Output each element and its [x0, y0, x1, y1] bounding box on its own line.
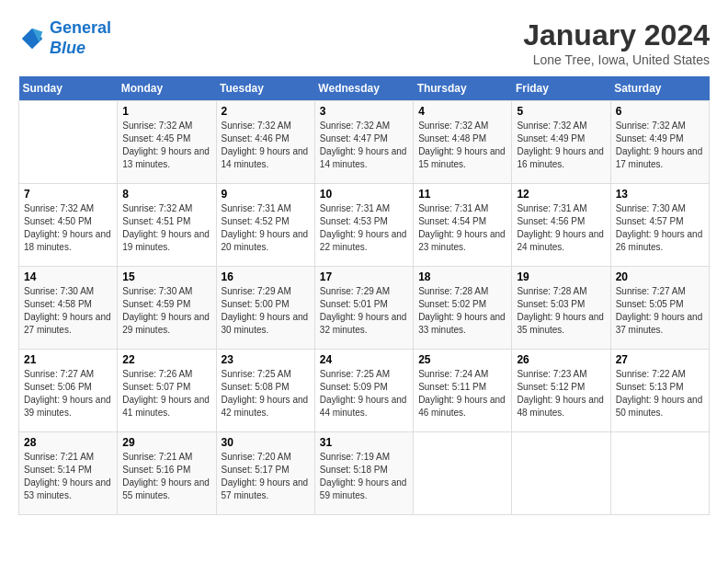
- week-row-4: 21 Sunrise: 7:27 AM Sunset: 5:06 PM Dayl…: [19, 350, 710, 432]
- weekday-header-friday: Friday: [512, 76, 610, 101]
- sunset-text: Sunset: 5:02 PM: [418, 298, 506, 311]
- day-info: Sunrise: 7:25 AM Sunset: 5:09 PM Dayligh…: [320, 368, 408, 419]
- day-number: 20: [616, 270, 704, 283]
- day-info: Sunrise: 7:32 AM Sunset: 4:48 PM Dayligh…: [418, 120, 506, 171]
- sunset-text: Sunset: 4:51 PM: [122, 215, 210, 228]
- day-number: 16: [222, 270, 310, 283]
- sunrise-text: Sunrise: 7:32 AM: [24, 202, 112, 215]
- day-number: 27: [616, 353, 704, 366]
- logo: General Blue: [18, 18, 111, 58]
- day-number: 17: [320, 270, 408, 283]
- daylight-text: Daylight: 9 hours and 32 minutes.: [320, 311, 408, 337]
- sunset-text: Sunset: 4:47 PM: [320, 132, 408, 145]
- daylight-text: Daylight: 9 hours and 42 minutes.: [222, 394, 310, 419]
- sunrise-text: Sunrise: 7:25 AM: [222, 368, 310, 381]
- sunrise-text: Sunrise: 7:32 AM: [616, 120, 704, 132]
- day-number: 10: [320, 188, 408, 201]
- sunset-text: Sunset: 5:01 PM: [320, 298, 408, 311]
- weekday-header-saturday: Saturday: [610, 76, 709, 101]
- sunset-text: Sunset: 5:09 PM: [320, 381, 408, 394]
- daylight-text: Daylight: 9 hours and 37 minutes.: [616, 311, 704, 337]
- page-header: General Blue January 2024 Lone Tree, Iow…: [18, 18, 710, 67]
- sunset-text: Sunset: 5:16 PM: [122, 464, 210, 477]
- sunset-text: Sunset: 4:49 PM: [517, 132, 605, 145]
- day-number: 5: [517, 105, 605, 118]
- day-info: Sunrise: 7:32 AM Sunset: 4:45 PM Dayligh…: [122, 120, 210, 171]
- sunrise-text: Sunrise: 7:26 AM: [122, 368, 210, 381]
- sunrise-text: Sunrise: 7:30 AM: [24, 285, 112, 298]
- day-number: 30: [222, 436, 310, 449]
- sunset-text: Sunset: 4:52 PM: [222, 215, 310, 228]
- calendar-cell: 5 Sunrise: 7:32 AM Sunset: 4:49 PM Dayli…: [512, 101, 610, 184]
- day-number: 1: [122, 105, 210, 118]
- sunrise-text: Sunrise: 7:32 AM: [122, 120, 210, 132]
- daylight-text: Daylight: 9 hours and 41 minutes.: [122, 394, 210, 419]
- weekday-header-sunday: Sunday: [19, 76, 118, 101]
- day-info: Sunrise: 7:29 AM Sunset: 5:01 PM Dayligh…: [320, 285, 408, 337]
- calendar-cell: 29 Sunrise: 7:21 AM Sunset: 5:16 PM Dayl…: [118, 432, 216, 515]
- week-row-1: 1 Sunrise: 7:32 AM Sunset: 4:45 PM Dayli…: [19, 101, 710, 184]
- day-number: 28: [24, 436, 112, 449]
- day-number: 26: [517, 353, 605, 366]
- daylight-text: Daylight: 9 hours and 24 minutes.: [517, 228, 605, 254]
- calendar-cell: 2 Sunrise: 7:32 AM Sunset: 4:46 PM Dayli…: [216, 101, 314, 184]
- calendar-cell: [512, 432, 610, 515]
- day-number: 23: [222, 353, 310, 366]
- calendar-cell: 16 Sunrise: 7:29 AM Sunset: 5:00 PM Dayl…: [216, 267, 314, 350]
- sunset-text: Sunset: 5:18 PM: [320, 464, 408, 477]
- calendar-cell: 10 Sunrise: 7:31 AM Sunset: 4:53 PM Dayl…: [314, 184, 413, 267]
- daylight-text: Daylight: 9 hours and 23 minutes.: [418, 228, 506, 254]
- daylight-text: Daylight: 9 hours and 20 minutes.: [222, 228, 310, 254]
- day-number: 19: [517, 270, 605, 283]
- daylight-text: Daylight: 9 hours and 29 minutes.: [122, 311, 210, 337]
- calendar-cell: 21 Sunrise: 7:27 AM Sunset: 5:06 PM Dayl…: [19, 350, 118, 432]
- calendar-table: SundayMondayTuesdayWednesdayThursdayFrid…: [18, 76, 710, 515]
- day-number: 24: [320, 353, 408, 366]
- sunrise-text: Sunrise: 7:31 AM: [418, 202, 506, 215]
- title-section: January 2024 Lone Tree, Iowa, United Sta…: [523, 18, 710, 67]
- day-number: 4: [418, 105, 506, 118]
- location: Lone Tree, Iowa, United States: [523, 52, 710, 67]
- sunset-text: Sunset: 4:53 PM: [320, 215, 408, 228]
- sunset-text: Sunset: 5:07 PM: [122, 381, 210, 394]
- calendar-cell: 31 Sunrise: 7:19 AM Sunset: 5:18 PM Dayl…: [314, 432, 413, 515]
- sunset-text: Sunset: 4:56 PM: [517, 215, 605, 228]
- calendar-cell: 8 Sunrise: 7:32 AM Sunset: 4:51 PM Dayli…: [118, 184, 216, 267]
- daylight-text: Daylight: 9 hours and 30 minutes.: [222, 311, 310, 337]
- logo-line1: General: [50, 18, 111, 37]
- calendar-cell: 25 Sunrise: 7:24 AM Sunset: 5:11 PM Dayl…: [414, 350, 512, 432]
- sunset-text: Sunset: 5:13 PM: [616, 381, 704, 394]
- calendar-cell: 23 Sunrise: 7:25 AM Sunset: 5:08 PM Dayl…: [216, 350, 314, 432]
- day-number: 22: [122, 353, 210, 366]
- day-info: Sunrise: 7:26 AM Sunset: 5:07 PM Dayligh…: [122, 368, 210, 419]
- sunset-text: Sunset: 4:48 PM: [418, 132, 506, 145]
- daylight-text: Daylight: 9 hours and 18 minutes.: [24, 228, 112, 254]
- calendar-cell: 19 Sunrise: 7:28 AM Sunset: 5:03 PM Dayl…: [512, 267, 610, 350]
- sunrise-text: Sunrise: 7:31 AM: [222, 202, 310, 215]
- calendar-cell: 22 Sunrise: 7:26 AM Sunset: 5:07 PM Dayl…: [118, 350, 216, 432]
- sunset-text: Sunset: 5:11 PM: [418, 381, 506, 394]
- sunrise-text: Sunrise: 7:25 AM: [320, 368, 408, 381]
- daylight-text: Daylight: 9 hours and 57 minutes.: [222, 477, 310, 502]
- sunrise-text: Sunrise: 7:32 AM: [122, 202, 210, 215]
- calendar-cell: 27 Sunrise: 7:22 AM Sunset: 5:13 PM Dayl…: [610, 350, 709, 432]
- sunrise-text: Sunrise: 7:27 AM: [616, 285, 704, 298]
- calendar-cell: 1 Sunrise: 7:32 AM Sunset: 4:45 PM Dayli…: [118, 101, 216, 184]
- sunrise-text: Sunrise: 7:21 AM: [24, 451, 112, 464]
- sunset-text: Sunset: 5:00 PM: [222, 298, 310, 311]
- calendar-cell: [19, 101, 118, 184]
- day-info: Sunrise: 7:31 AM Sunset: 4:52 PM Dayligh…: [222, 202, 310, 254]
- week-row-3: 14 Sunrise: 7:30 AM Sunset: 4:58 PM Dayl…: [19, 267, 710, 350]
- calendar-cell: 20 Sunrise: 7:27 AM Sunset: 5:05 PM Dayl…: [610, 267, 709, 350]
- sunset-text: Sunset: 4:45 PM: [122, 132, 210, 145]
- day-number: 12: [517, 188, 605, 201]
- calendar-cell: 30 Sunrise: 7:20 AM Sunset: 5:17 PM Dayl…: [216, 432, 314, 515]
- calendar-cell: 24 Sunrise: 7:25 AM Sunset: 5:09 PM Dayl…: [314, 350, 413, 432]
- daylight-text: Daylight: 9 hours and 16 minutes.: [517, 145, 605, 171]
- calendar-cell: 11 Sunrise: 7:31 AM Sunset: 4:54 PM Dayl…: [414, 184, 512, 267]
- daylight-text: Daylight: 9 hours and 46 minutes.: [418, 394, 506, 419]
- daylight-text: Daylight: 9 hours and 17 minutes.: [616, 145, 704, 171]
- daylight-text: Daylight: 9 hours and 50 minutes.: [616, 394, 704, 419]
- sunrise-text: Sunrise: 7:22 AM: [616, 368, 704, 381]
- sunset-text: Sunset: 5:08 PM: [222, 381, 310, 394]
